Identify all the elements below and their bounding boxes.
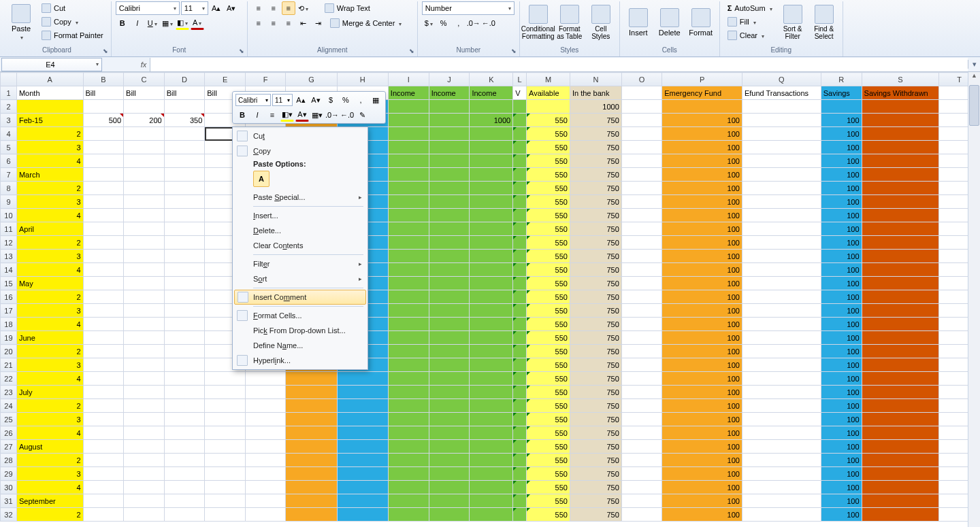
cell-P14[interactable]: 100 <box>662 263 742 277</box>
cell-O10[interactable] <box>621 209 662 222</box>
ctx-paste-special[interactable]: Paste Special... <box>234 190 366 205</box>
cell-P24[interactable]: 100 <box>662 399 742 413</box>
cell-S13[interactable] <box>862 250 939 263</box>
cut-button[interactable]: Cut <box>38 1 107 15</box>
cell-A24[interactable]: 2 <box>16 399 83 413</box>
cell-G23[interactable] <box>286 386 337 399</box>
cell-K31[interactable] <box>470 494 513 508</box>
cell-Q24[interactable] <box>742 399 821 413</box>
cell-I8[interactable] <box>388 182 429 195</box>
scroll-up[interactable]: ▲ <box>968 72 980 84</box>
cell-H27[interactable] <box>337 440 388 454</box>
cell-B27[interactable] <box>83 440 124 454</box>
cell-N10[interactable]: 750 <box>570 209 621 222</box>
copy-dropdown[interactable] <box>74 18 78 26</box>
cell-R20[interactable]: 100 <box>821 345 862 358</box>
cell-A5[interactable]: 3 <box>16 141 83 154</box>
cell-E24[interactable] <box>205 399 246 413</box>
cell-O17[interactable] <box>621 304 662 318</box>
cell-E22[interactable] <box>205 372 246 386</box>
cell-A30[interactable]: 4 <box>16 481 83 494</box>
cell-E28[interactable] <box>205 454 246 467</box>
cell-K2[interactable] <box>470 100 513 114</box>
cell-P7[interactable]: 100 <box>662 168 742 182</box>
cell-J31[interactable] <box>429 494 470 508</box>
cell-S14[interactable] <box>862 263 939 277</box>
cell-Q27[interactable] <box>742 440 821 454</box>
row-header-28[interactable]: 28 <box>1 454 17 467</box>
cell-B17[interactable] <box>83 304 124 318</box>
cell-M9[interactable]: 550 <box>527 195 570 209</box>
cell-A2[interactable] <box>16 100 83 114</box>
cell-O22[interactable] <box>621 372 662 386</box>
cell-S2[interactable] <box>862 100 939 114</box>
cell-S16[interactable] <box>862 290 939 304</box>
cell-J22[interactable] <box>429 372 470 386</box>
ctx-paste-values[interactable]: A <box>253 171 270 187</box>
cell-C14[interactable] <box>124 263 165 277</box>
cell-B24[interactable] <box>83 399 124 413</box>
cell-R11[interactable]: 100 <box>821 222 862 236</box>
cell-Q5[interactable] <box>742 141 821 154</box>
ctx-format-cells[interactable]: Format Cells... <box>234 308 366 323</box>
cell-N13[interactable]: 750 <box>570 250 621 263</box>
cell-S12[interactable] <box>862 236 939 250</box>
cell-P17[interactable]: 100 <box>662 304 742 318</box>
cell-J20[interactable] <box>429 345 470 358</box>
col-header-S[interactable]: S <box>862 73 939 86</box>
row-header-6[interactable]: 6 <box>1 154 17 168</box>
row-header-18[interactable]: 18 <box>1 318 17 331</box>
cell-P16[interactable]: 100 <box>662 290 742 304</box>
cell-L11[interactable] <box>513 222 527 236</box>
align-right-button[interactable]: ≡ <box>282 16 295 30</box>
cell-A21[interactable]: 3 <box>16 358 83 372</box>
cell-Q32[interactable] <box>742 508 821 522</box>
wrap-text-button[interactable]: Wrap Text <box>321 1 374 15</box>
orientation-button[interactable]: ⟲ <box>297 1 310 15</box>
cell-K15[interactable] <box>470 277 513 290</box>
cell-P18[interactable]: 100 <box>662 318 742 331</box>
cell-I32[interactable] <box>388 508 429 522</box>
cell-O7[interactable] <box>621 168 662 182</box>
cell-H24[interactable] <box>337 399 388 413</box>
col-header-H[interactable]: H <box>337 73 388 86</box>
cell-D19[interactable] <box>164 331 205 345</box>
mini-dec-dec[interactable]: ←.0 <box>340 108 354 122</box>
row-header-7[interactable]: 7 <box>1 168 17 182</box>
cell-O28[interactable] <box>621 454 662 467</box>
cell-A19[interactable]: June <box>16 331 83 345</box>
scroll-thumb[interactable] <box>969 85 979 126</box>
cell-L6[interactable] <box>513 154 527 168</box>
cell-P32[interactable]: 100 <box>662 508 742 522</box>
cell-G24[interactable] <box>286 399 337 413</box>
cell-A18[interactable]: 4 <box>16 318 83 331</box>
cell-J30[interactable] <box>429 481 470 494</box>
cell-B31[interactable] <box>83 494 124 508</box>
cell-L28[interactable] <box>513 454 527 467</box>
clear-button[interactable]: Clear <box>724 29 776 42</box>
cell-L12[interactable] <box>513 236 527 250</box>
cell-O12[interactable] <box>621 236 662 250</box>
cell-N23[interactable]: 750 <box>570 386 621 399</box>
cell-S27[interactable] <box>862 440 939 454</box>
cell-K17[interactable] <box>470 304 513 318</box>
cell-R16[interactable]: 100 <box>821 290 862 304</box>
cell-J14[interactable] <box>429 263 470 277</box>
cell-D2[interactable] <box>164 100 205 114</box>
mini-comma[interactable]: , <box>354 93 368 107</box>
cell-D24[interactable] <box>164 399 205 413</box>
cell-S10[interactable] <box>862 209 939 222</box>
cell-R9[interactable]: 100 <box>821 195 862 209</box>
cell-S26[interactable] <box>862 426 939 440</box>
cell-D31[interactable] <box>164 494 205 508</box>
row-header-27[interactable]: 27 <box>1 440 17 454</box>
cell-C20[interactable] <box>124 345 165 358</box>
cell-K8[interactable] <box>470 182 513 195</box>
cell-I4[interactable] <box>388 127 429 141</box>
cell-N28[interactable]: 750 <box>570 454 621 467</box>
cell-G31[interactable] <box>286 494 337 508</box>
cell-D12[interactable] <box>164 236 205 250</box>
cell-I31[interactable] <box>388 494 429 508</box>
cell-R15[interactable]: 100 <box>821 277 862 290</box>
col-header-C[interactable]: C <box>124 73 165 86</box>
